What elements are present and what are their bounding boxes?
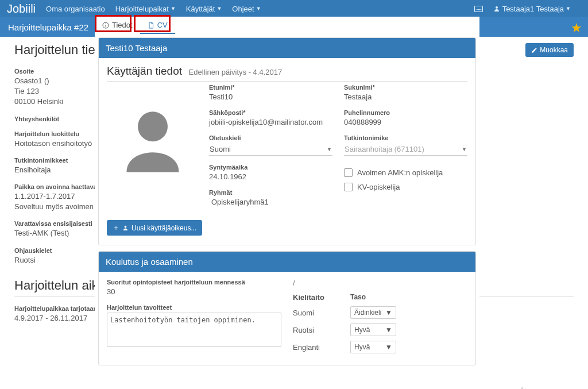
tabs: Tiedot CV [95, 17, 479, 34]
open-amk-checkbox[interactable]: Avoimen AMK:n opiskelija [344, 168, 467, 177]
groups-value: Opiskelijaryhmä1 [209, 198, 332, 206]
user-icon [493, 5, 500, 12]
firstname-label: Etunimi* [209, 84, 332, 91]
user-icon [122, 225, 129, 231]
lang-row: Ruotsi Hyvä▼ [293, 323, 467, 336]
tab-tiedot[interactable]: Tiedot [95, 17, 140, 34]
svg-point-5 [125, 226, 127, 228]
chevron-down-icon: ▼ [385, 326, 392, 334]
chevron-down-icon: ▼ [171, 6, 176, 11]
new-permission-button[interactable]: ＋ Uusi käyttäjäoikeus... [107, 220, 202, 236]
pencil-icon [531, 47, 537, 53]
lastname-label: Sukunimi* [344, 84, 467, 91]
last-updated: Edellinen päivitys - 4.4.2017 [189, 68, 283, 76]
chevron-down-icon: ▼ [327, 147, 332, 152]
user-avatar-icon [115, 101, 190, 176]
credits-label: Suoritut opintopisteet harjoitteluun men… [107, 279, 281, 286]
firstname-value: Testi10 [209, 93, 332, 101]
education-card: Koulutus ja osaaminen Suoritut opintopis… [98, 251, 476, 365]
brand[interactable]: Jobiili [7, 2, 36, 16]
chevron-down-icon: ▼ [462, 147, 467, 152]
degree-title-select[interactable]: Sairaanhoitaja (671101) ▼ [344, 143, 467, 156]
svg-point-4 [138, 111, 168, 141]
tab-cv[interactable]: CV [140, 17, 175, 34]
email-label: Sähköposti* [209, 109, 332, 116]
phone-label: Puhelinnumero [344, 109, 467, 116]
lang-level-select[interactable]: Äidinkieli▼ [350, 306, 396, 319]
star-icon[interactable]: ★ [571, 21, 582, 36]
groups-label: Ryhmät [209, 189, 332, 196]
chevron-down-icon: ▼ [566, 6, 571, 11]
default-lang-select[interactable]: Suomi ▼ [209, 143, 332, 156]
lastname-value: Testaaja [344, 93, 467, 101]
user-details-card: Testi10 Testaaja Käyttäjän tiedot Edelli… [98, 37, 476, 245]
lang-row: Suomi Äidinkieli▼ [293, 306, 467, 319]
default-lang-label: Oletuskieli [209, 134, 332, 141]
language-table: Kielitaito Taso Suomi Äidinkieli▼ Ruotsi… [293, 293, 467, 353]
goals-textarea[interactable] [107, 313, 281, 347]
user-info-title: Käyttäjän tiedot [107, 65, 182, 78]
nav-users[interactable]: Käyttäjät▼ [186, 5, 222, 13]
degree-title-label: Tutkintonimike [344, 134, 467, 141]
birthday-value: 24.10.1962 [209, 172, 332, 181]
credits-value: 30 [107, 287, 281, 296]
lang-col-head: Kielitaito [293, 293, 350, 302]
birthday-label: Syntymäaika [209, 164, 332, 171]
nav-help[interactable]: Ohjeet▼ [232, 5, 261, 13]
checkbox-icon [344, 183, 353, 191]
page-id-title: Harjoittelupaikka #22 [8, 22, 88, 32]
email-value: jobiili-opiskelija10@mailinator.com [209, 118, 332, 126]
lang-level-select[interactable]: Hyvä▼ [350, 341, 396, 353]
checkbox-icon [344, 168, 353, 177]
nav-places[interactable]: Harjoittelupaikat▼ [115, 5, 176, 13]
svg-point-0 [496, 6, 498, 9]
chevron-down-icon: ▼ [256, 6, 261, 11]
phone-value: 040888999 [344, 118, 467, 126]
svg-rect-3 [106, 24, 106, 24]
kv-student-checkbox[interactable]: KV-opiskelija [344, 183, 467, 191]
plus-icon: ＋ [113, 223, 119, 233]
nav-user-menu[interactable]: Testaaja1 Testaaja▼ [493, 5, 571, 13]
edit-button[interactable]: Muokkaa [525, 43, 574, 57]
lang-level-select[interactable]: Hyvä▼ [350, 323, 396, 336]
chevron-down-icon: ▼ [385, 309, 392, 317]
slash-text: / [293, 279, 467, 287]
week-chip: vk47: 20.-26.11. [490, 384, 527, 389]
mail-icon[interactable] [474, 6, 483, 12]
chevron-down-icon: ▼ [216, 6, 222, 11]
avatar [107, 84, 199, 214]
svg-rect-2 [106, 25, 106, 27]
modal-heading: Testi10 Testaaja [99, 38, 475, 58]
user-profile-panel: Tiedot CV Testi10 Testaaja Käyttäjän tie… [95, 17, 479, 369]
info-icon [102, 22, 109, 29]
nav-own-org[interactable]: Oma organisaatio [46, 5, 105, 13]
level-col-head: Taso [350, 293, 396, 302]
lang-row: Englanti Hyvä▼ [293, 341, 467, 353]
education-heading: Koulutus ja osaaminen [99, 252, 475, 272]
goals-label: Harjoittelun tavoitteet [107, 304, 281, 311]
navbar: Jobiili Oma organisaatio Harjoittelupaik… [0, 0, 588, 17]
chevron-down-icon: ▼ [385, 343, 392, 351]
document-icon [148, 22, 154, 29]
